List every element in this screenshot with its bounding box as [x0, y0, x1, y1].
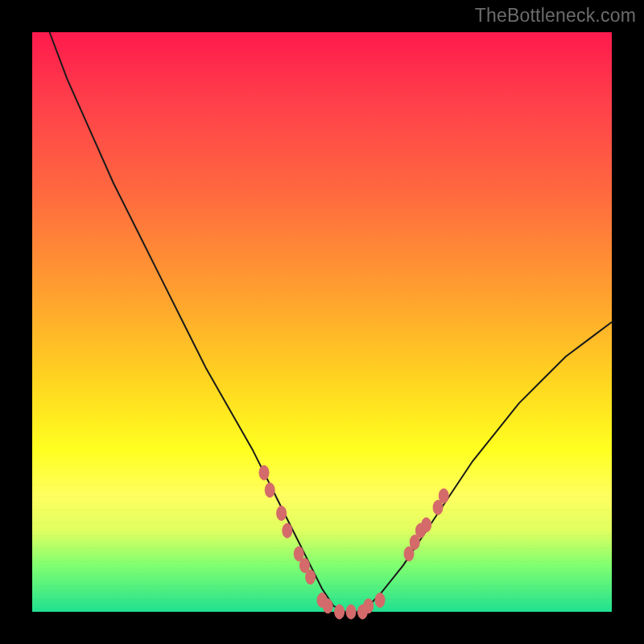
curve-marker — [323, 599, 332, 613]
curve-marker — [306, 570, 316, 584]
marker-group — [259, 465, 448, 619]
curve-marker — [283, 523, 292, 538]
bottleneck-curve — [50, 32, 612, 612]
curve-marker — [346, 605, 356, 619]
curve-marker — [439, 489, 448, 503]
curve-marker — [364, 599, 374, 613]
plot-area — [32, 32, 612, 612]
curve-marker — [259, 465, 269, 480]
curve-marker — [335, 605, 345, 619]
curve-marker — [277, 506, 287, 521]
curve-marker — [265, 483, 275, 497]
watermark-text: TheBottleneck.com — [475, 5, 636, 27]
curve-layer — [32, 32, 612, 612]
chart-frame: TheBottleneck.com — [0, 0, 644, 644]
curve-marker — [375, 593, 385, 608]
curve-marker — [422, 518, 431, 532]
